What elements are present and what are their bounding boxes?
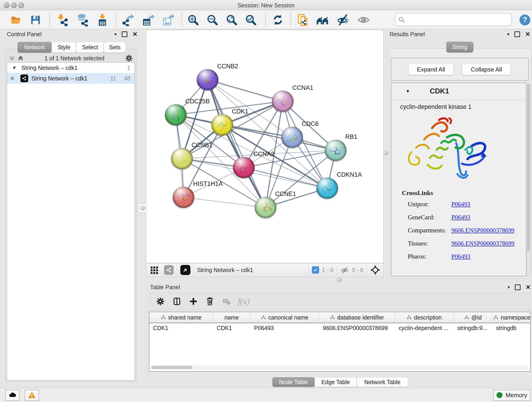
table-cell[interactable]: stringdb bbox=[492, 325, 531, 332]
zoom-selected-button[interactable] bbox=[244, 13, 258, 27]
column-header-database-identifier[interactable]: database identifier bbox=[319, 312, 395, 323]
table-cell[interactable]: cyclin-dependent ... bbox=[395, 325, 454, 332]
export-image-button[interactable] bbox=[161, 13, 175, 27]
table-cell[interactable]: CDK1 bbox=[213, 325, 250, 332]
export-network-button[interactable] bbox=[121, 13, 135, 27]
float-panel-icon[interactable] bbox=[122, 32, 127, 37]
network-node-ccnb2[interactable] bbox=[197, 69, 218, 91]
network-node-hist1h1a[interactable] bbox=[173, 187, 194, 209]
expand-all-button[interactable]: Expand All bbox=[408, 64, 454, 75]
table-cell[interactable]: CDK1 bbox=[149, 325, 213, 332]
panel-menu-icon[interactable]: ▾ bbox=[114, 32, 117, 37]
tissues-link[interactable]: 9606.ENSP00000378699 bbox=[451, 240, 514, 247]
warnings-button[interactable] bbox=[25, 390, 39, 401]
import-database-button[interactable] bbox=[76, 13, 89, 27]
network-node-cdc25b[interactable] bbox=[165, 104, 186, 126]
zoom-fit-button[interactable] bbox=[225, 13, 238, 27]
genecard-link[interactable]: P06493 bbox=[451, 214, 470, 221]
tree-collapse-icon[interactable]: ▼ bbox=[12, 65, 17, 70]
import-table-button[interactable] bbox=[96, 13, 109, 27]
share-session-file-button[interactable] bbox=[297, 13, 310, 27]
panel-menu-icon[interactable]: ▾ bbox=[507, 284, 510, 290]
hide-graphics-details-button[interactable] bbox=[336, 13, 350, 27]
network-node-ccnb1[interactable] bbox=[171, 148, 193, 170]
show-columns-button[interactable] bbox=[172, 296, 182, 307]
column-header--id[interactable]: @id bbox=[454, 312, 492, 323]
tab-select[interactable]: Select bbox=[76, 42, 104, 53]
uniprot-link[interactable]: P06493 bbox=[451, 201, 470, 208]
help-button[interactable]: ? bbox=[518, 13, 532, 27]
pharos-link[interactable]: P06493 bbox=[451, 253, 470, 260]
tab-node-table[interactable]: Node Table bbox=[272, 377, 315, 387]
close-panel-icon[interactable]: ✕ bbox=[133, 31, 138, 37]
left-splitter-handle[interactable] bbox=[139, 204, 147, 212]
refresh-view-button[interactable] bbox=[271, 13, 285, 27]
table-cell[interactable]: P06493 bbox=[250, 325, 319, 332]
network-edge[interactable] bbox=[208, 80, 266, 207]
tab-network[interactable]: Network bbox=[18, 42, 51, 53]
network-thumbnail-icon[interactable] bbox=[164, 265, 174, 275]
network-node-rb1[interactable] bbox=[325, 140, 346, 162]
close-panel-icon[interactable]: ✕ bbox=[525, 31, 530, 37]
delete-table-button-disabled[interactable] bbox=[221, 296, 232, 307]
tab-sets[interactable]: Sets bbox=[104, 42, 126, 53]
column-header-shared-name[interactable]: shared name bbox=[149, 312, 213, 323]
network-node-ccne1[interactable] bbox=[255, 197, 276, 219]
collapse-all-icon[interactable] bbox=[8, 55, 15, 62]
network-node-cdkn1a[interactable] bbox=[317, 178, 338, 200]
fit-selected-crosshair-icon[interactable] bbox=[370, 265, 380, 275]
home-networks-button[interactable] bbox=[316, 13, 329, 27]
network-tree-root-row[interactable]: ▼ String Network – cdk1 1 bbox=[7, 63, 134, 73]
tab-style[interactable]: Style bbox=[51, 42, 76, 53]
network-node-ccna1[interactable] bbox=[272, 91, 293, 113]
expand-all-icon[interactable] bbox=[17, 55, 24, 62]
network-canvas[interactable]: CCNB2CCNA1CDC25BCDK1CDC6RB1CCNB1CCNA2CDK… bbox=[146, 30, 384, 263]
network-tree-item-row[interactable]: String Network – cdk1 11 48 bbox=[7, 73, 134, 84]
import-network-button[interactable] bbox=[56, 13, 69, 27]
tab-edge-table[interactable]: Edge Table bbox=[315, 377, 357, 387]
results-scrollbar-thumb[interactable] bbox=[527, 84, 530, 251]
birdseye-view-icon[interactable] bbox=[180, 265, 190, 275]
memory-button[interactable]: Memory bbox=[493, 390, 530, 401]
network-node-ccna2[interactable] bbox=[233, 157, 254, 179]
column-header-description[interactable]: description bbox=[395, 312, 454, 323]
hidden-items-icon[interactable] bbox=[340, 265, 349, 274]
gear-icon[interactable] bbox=[125, 54, 133, 62]
panel-menu-icon[interactable]: ▾ bbox=[507, 32, 509, 37]
entry-header[interactable]: ▼ CDK1 bbox=[391, 83, 526, 100]
bottom-splitter-handle[interactable] bbox=[337, 277, 342, 282]
float-panel-icon[interactable] bbox=[515, 284, 520, 290]
close-panel-icon[interactable]: ✕ bbox=[526, 284, 531, 290]
save-session-button[interactable] bbox=[29, 13, 42, 27]
column-header-namespace[interactable]: namespace bbox=[492, 312, 531, 323]
function-builder-button-disabled[interactable]: f(x) bbox=[238, 296, 250, 307]
table-settings-button[interactable] bbox=[155, 296, 166, 307]
grid-view-icon[interactable] bbox=[149, 265, 159, 275]
table-cell[interactable]: stringdb:9... bbox=[454, 325, 492, 332]
open-session-button[interactable] bbox=[9, 13, 22, 27]
float-panel-icon[interactable] bbox=[514, 32, 520, 37]
zoom-in-button[interactable] bbox=[186, 13, 200, 27]
column-header-name[interactable]: name bbox=[213, 312, 250, 323]
column-header-canonical-name[interactable]: canonical name bbox=[250, 312, 319, 323]
tab-network-table[interactable]: Network Table bbox=[357, 377, 408, 387]
network-node-cdk1[interactable] bbox=[211, 114, 233, 136]
right-splitter-handle[interactable] bbox=[383, 150, 388, 155]
selected-checkbox[interactable] bbox=[312, 266, 319, 274]
tab-string[interactable]: String bbox=[446, 42, 473, 52]
delete-columns-button[interactable] bbox=[205, 296, 215, 307]
cloud-status-button[interactable] bbox=[5, 390, 19, 401]
table-horizontal-scrollbar[interactable] bbox=[151, 365, 528, 370]
compartments-link[interactable]: 9606.ENSP00000378699 bbox=[451, 227, 514, 234]
create-column-button[interactable] bbox=[188, 296, 199, 307]
network-node-cdc6[interactable] bbox=[281, 127, 303, 149]
entry-collapse-icon[interactable]: ▼ bbox=[405, 89, 410, 94]
table-scrollbar-thumb[interactable] bbox=[151, 366, 192, 369]
network-edge[interactable] bbox=[184, 197, 266, 207]
collapse-all-button[interactable]: Collapse All bbox=[462, 64, 511, 75]
network-edge[interactable] bbox=[208, 80, 283, 101]
table-cell[interactable]: 9606.ENSP00000378699 bbox=[319, 325, 395, 332]
search-input[interactable] bbox=[407, 16, 511, 23]
table-row[interactable]: CDK1CDK1P064939606.ENSP00000378699cyclin… bbox=[149, 323, 530, 333]
zoom-out-button[interactable] bbox=[206, 13, 219, 27]
